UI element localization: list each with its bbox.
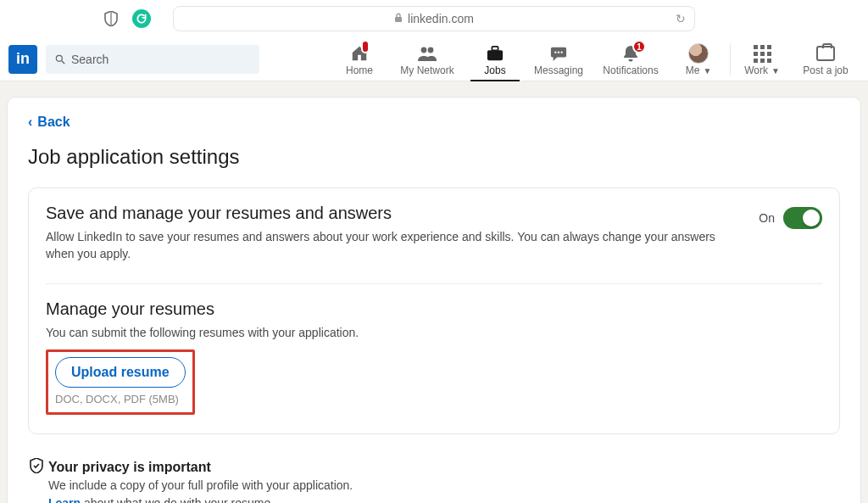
- save-section-title: Save and manage your resumes and answers: [46, 204, 745, 223]
- svg-rect-6: [492, 47, 498, 51]
- linkedin-logo[interactable]: in: [8, 45, 37, 74]
- shield-icon[interactable]: [103, 11, 119, 26]
- save-section-desc: Allow LinkedIn to save your resumes and …: [46, 228, 745, 263]
- chevron-down-icon: ▼: [771, 66, 780, 75]
- nav-post-a-job[interactable]: Post a job: [792, 37, 860, 81]
- privacy-section: Your privacy is important We include a c…: [28, 458, 840, 503]
- svg-rect-0: [395, 17, 402, 22]
- upload-hint: DOC, DOCX, PDF (5MB): [55, 393, 186, 405]
- svg-rect-5: [487, 50, 503, 60]
- nav-home-badge: [361, 40, 370, 53]
- manage-section-desc: You can submit the following resumes wit…: [46, 324, 822, 341]
- svg-line-2: [62, 60, 65, 64]
- privacy-learn-link[interactable]: Learn: [48, 496, 81, 503]
- section-divider: [46, 283, 822, 284]
- page-title: Job application settings: [28, 145, 840, 169]
- browser-url-bar[interactable]: linkedin.com ↻: [173, 6, 695, 31]
- search-input[interactable]: Search: [46, 45, 259, 74]
- chevron-down-icon: ▼: [703, 66, 711, 75]
- privacy-line2: about what we do with your resume.: [81, 496, 274, 503]
- grammarly-icon[interactable]: [132, 9, 151, 28]
- grid-icon: [754, 44, 771, 63]
- nav-me[interactable]: Me▼: [669, 37, 728, 81]
- privacy-line1: We include a copy of your full profile w…: [48, 477, 838, 495]
- nav-notifications[interactable]: 1 Notifications: [593, 37, 669, 81]
- svg-point-3: [421, 48, 427, 53]
- people-icon: [417, 44, 437, 63]
- chat-icon: [549, 44, 568, 63]
- search-placeholder: Search: [71, 53, 108, 66]
- nav-jobs[interactable]: Jobs: [465, 37, 525, 81]
- search-icon: [54, 53, 66, 65]
- save-resumes-toggle[interactable]: [783, 207, 822, 229]
- upload-resume-button[interactable]: Upload resume: [55, 357, 186, 388]
- briefcase-icon: [486, 44, 504, 63]
- avatar: [688, 43, 709, 64]
- browser-chrome: linkedin.com ↻: [0, 0, 868, 37]
- svg-point-8: [558, 51, 559, 53]
- nav-messaging[interactable]: Messaging: [525, 37, 593, 81]
- privacy-shield-icon: [30, 458, 43, 477]
- chevron-left-icon: ‹: [28, 115, 32, 130]
- nav-notifications-badge: 1: [632, 40, 646, 53]
- nav-my-network[interactable]: My Network: [389, 37, 465, 81]
- lock-icon: [394, 13, 403, 25]
- refresh-icon[interactable]: ↻: [676, 12, 686, 25]
- svg-point-4: [428, 48, 434, 53]
- svg-point-7: [554, 51, 556, 53]
- linkedin-topnav: in Search Home My Network Jobs: [0, 37, 868, 81]
- nav-work[interactable]: Work▼: [732, 37, 792, 81]
- manage-section-title: Manage your resumes: [46, 299, 822, 319]
- browser-url-text: linkedin.com: [408, 12, 474, 25]
- back-link[interactable]: ‹ Back: [28, 115, 70, 130]
- upload-highlight-box: Upload resume DOC, DOCX, PDF (5MB): [46, 349, 195, 415]
- svg-point-1: [56, 55, 62, 61]
- nav-home[interactable]: Home: [330, 37, 389, 81]
- post-job-icon: [816, 44, 835, 63]
- privacy-title: Your privacy is important: [48, 460, 211, 475]
- toggle-label: On: [759, 211, 775, 225]
- nav-divider: [730, 43, 731, 75]
- settings-card: ‹ Back Job application settings Save and…: [7, 97, 861, 503]
- svg-point-9: [560, 51, 562, 53]
- settings-panel: Save and manage your resumes and answers…: [28, 187, 840, 434]
